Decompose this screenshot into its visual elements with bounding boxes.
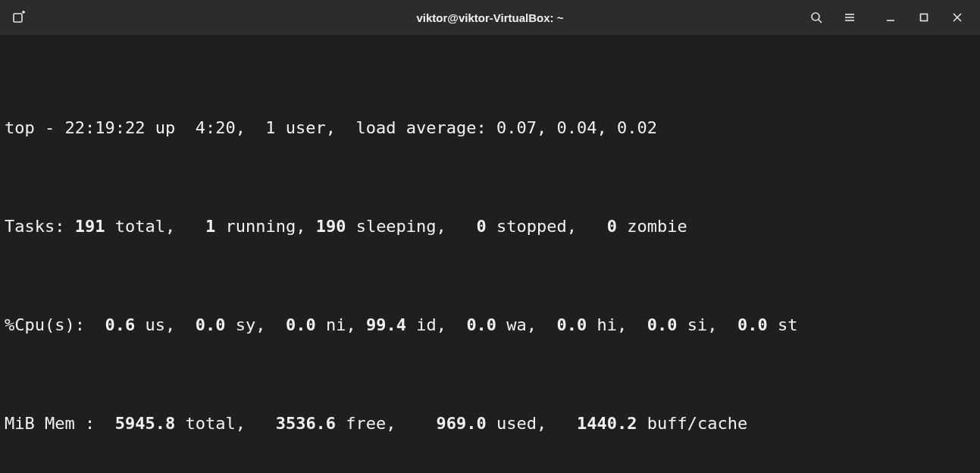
top-summary-cpu: %Cpu(s): 0.6 us, 0.0 sy, 0.0 ni, 99.4 id… <box>5 315 975 335</box>
top-summary-tasks: Tasks: 191 total, 1 running, 190 sleepin… <box>5 217 975 236</box>
search-button[interactable] <box>800 5 833 30</box>
svg-point-3 <box>812 13 819 20</box>
window-maximize-button[interactable] <box>907 5 941 30</box>
window-close-button[interactable] <box>941 5 974 30</box>
minimize-icon <box>885 12 896 23</box>
new-tab-icon <box>12 11 26 24</box>
search-icon <box>810 11 822 23</box>
terminal-output[interactable]: top - 22:19:22 up 4:20, 1 user, load ave… <box>0 35 980 473</box>
svg-rect-9 <box>921 14 928 21</box>
svg-rect-0 <box>14 14 22 22</box>
new-tab-button[interactable] <box>6 5 32 30</box>
maximize-icon <box>919 12 929 23</box>
window-minimize-button[interactable] <box>874 5 907 30</box>
top-summary-uptime: top - 22:19:22 up 4:20, 1 user, load ave… <box>5 118 975 138</box>
hamburger-menu-button[interactable] <box>833 5 866 30</box>
top-summary-mem: MiB Mem : 5945.8 total, 3536.6 free, 969… <box>5 414 975 434</box>
hamburger-icon <box>844 11 856 23</box>
window-titlebar: viktor@viktor-VirtualBox: ~ <box>0 0 980 35</box>
titlebar-right-group <box>800 0 974 35</box>
svg-line-4 <box>819 20 822 23</box>
close-icon <box>952 12 963 23</box>
